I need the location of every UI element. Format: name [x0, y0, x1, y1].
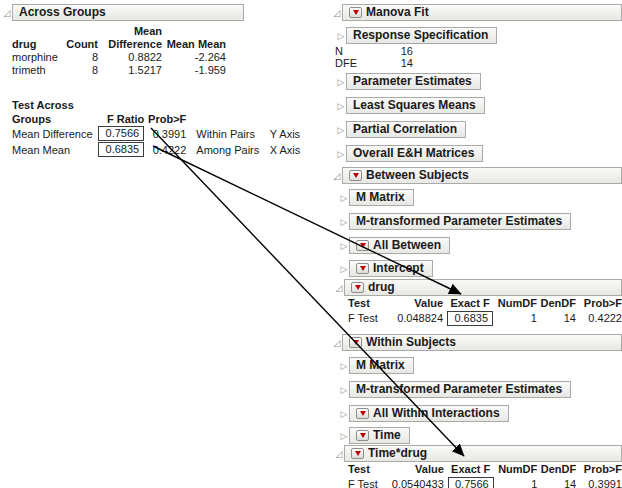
manova-fit-title-bar[interactable]: Manova Fit [342, 4, 622, 21]
cell-count: 8 [60, 64, 98, 77]
red-triangle-glyph [353, 340, 359, 345]
red-triangle-menu-icon[interactable] [349, 170, 362, 181]
disclosure-collapsed-icon[interactable]: ▷ [339, 431, 349, 441]
cell-axis-label: X Axis [270, 142, 307, 158]
disclosure-expanded-icon[interactable]: ◿ [332, 171, 342, 181]
test-across-groups-block: Test Across Groups F Ratio Prob>F Mean D… [12, 99, 307, 158]
dfe-row: DFE 14 [330, 57, 622, 69]
partial-correlation-header[interactable]: Partial Correlation [346, 121, 466, 138]
highlighted-exact-f: 0.7566 [448, 477, 494, 488]
within-subjects-title-bar[interactable]: Within Subjects [342, 334, 622, 351]
red-triangle-menu-icon[interactable] [356, 430, 369, 441]
dfe-value: 14 [367, 57, 413, 69]
disclosure-collapsed-icon[interactable]: ▷ [339, 241, 349, 251]
time-header[interactable]: Time [349, 427, 410, 444]
disclosure-expanded-icon[interactable]: ◿ [332, 338, 342, 348]
m-matrix-label: M Matrix [356, 190, 405, 204]
disclosure-collapsed-icon[interactable]: ▷ [336, 149, 346, 159]
disclosure-collapsed-icon[interactable]: ▷ [339, 264, 349, 274]
red-triangle-menu-icon[interactable] [356, 263, 369, 274]
cell-numdf: 1 [497, 310, 537, 327]
within-subjects-label: Within Subjects [366, 335, 456, 349]
partial-correlation-row: ▷ Partial Correlation [330, 120, 622, 139]
disclosure-expanded-icon[interactable]: ◿ [334, 283, 344, 293]
col-test: Test [348, 463, 389, 476]
m-transformed-within-row: ▷ M-transformed Parameter Estimates [330, 380, 622, 399]
red-triangle-menu-icon[interactable] [349, 337, 362, 348]
summary-header-top-row: Mean [12, 25, 226, 38]
across-groups-title: Across Groups [19, 5, 106, 19]
col-prob-f: Prob>F [576, 463, 622, 476]
red-triangle-menu-icon[interactable] [356, 240, 369, 251]
all-between-row: ▷ All Between [330, 236, 622, 255]
test-header-row: Groups F Ratio Prob>F [12, 112, 307, 126]
m-matrix-between-row: ▷ M Matrix [330, 188, 622, 207]
summary-col-mean-mean: Mean Mean [162, 38, 226, 51]
m-matrix-header[interactable]: M Matrix [349, 189, 414, 206]
disclosure-collapsed-icon[interactable]: ▷ [339, 361, 349, 371]
jmp-report-window: ◿ Across Groups Mean drug Count Differen… [0, 0, 622, 488]
intercept-header[interactable]: Intercept [349, 260, 433, 277]
m-transformed-header[interactable]: M-transformed Parameter Estimates [349, 381, 571, 398]
highlighted-f-ratio: 0.7566 [98, 126, 144, 141]
red-triangle-glyph [353, 173, 359, 178]
summary-col-difference: Difference [98, 38, 162, 51]
drug-row: ◿ drug [330, 278, 622, 297]
overall-eh-matrices-header[interactable]: Overall E&H Matrices [346, 145, 483, 162]
table-row: F Test 0.048824 0.6835 1 14 0.4222 [348, 310, 622, 327]
least-squares-means-header[interactable]: Least Squares Means [346, 97, 485, 114]
stat-header-row: Test Value Exact F NumDF DenDF Prob>F [348, 297, 622, 310]
cell-test: F Test [348, 476, 389, 488]
least-squares-means-row: ▷ Least Squares Means [330, 96, 622, 115]
least-squares-means-label: Least Squares Means [353, 98, 476, 112]
m-transformed-header[interactable]: M-transformed Parameter Estimates [349, 213, 571, 230]
across-groups-panel: ◿ Across Groups Mean drug Count Differen… [2, 3, 307, 158]
table-row: Mean Mean 0.6835 0.4222 Among Pairs X Ax… [12, 142, 307, 158]
disclosure-expanded-icon[interactable]: ◿ [334, 449, 344, 459]
red-triangle-menu-icon[interactable] [349, 7, 362, 18]
response-specification-header[interactable]: Response Specification [346, 27, 497, 44]
disclosure-collapsed-icon[interactable]: ▷ [339, 385, 349, 395]
disclosure-expanded-icon[interactable]: ◿ [332, 8, 342, 18]
cell-dendf: 14 [537, 476, 576, 488]
time-drug-title-bar[interactable]: Time*drug [344, 445, 622, 462]
disclosure-collapsed-icon[interactable]: ▷ [336, 101, 346, 111]
summary-header-mean: Mean [98, 25, 162, 38]
cell-value: 0.048824 [389, 310, 443, 327]
col-exact-f: Exact F [443, 297, 497, 310]
cell-pairs-label: Within Pairs [186, 126, 269, 142]
parameter-estimates-header[interactable]: Parameter Estimates [346, 73, 481, 90]
disclosure-collapsed-icon[interactable]: ▷ [336, 31, 346, 41]
col-dendf: DenDF [537, 463, 576, 476]
overall-eh-matrices-row: ▷ Overall E&H Matrices [330, 144, 622, 163]
highlighted-exact-f: 0.6835 [447, 311, 493, 326]
drug-title-bar[interactable]: drug [344, 279, 622, 296]
time-row: ▷ Time [330, 427, 622, 444]
cell-numdf: 1 [497, 476, 537, 488]
all-within-interactions-header[interactable]: All Within Interactions [349, 405, 509, 422]
table-row: trimeth 8 1.5217 -1.959 [12, 64, 226, 77]
disclosure-collapsed-icon[interactable]: ▷ [339, 409, 349, 419]
across-groups-summary-table: Mean drug Count Difference Mean Mean mor… [12, 25, 226, 77]
col-numdf: NumDF [497, 463, 537, 476]
red-triangle-menu-icon[interactable] [351, 282, 364, 293]
between-subjects-title-bar[interactable]: Between Subjects [342, 167, 622, 184]
red-triangle-menu-icon[interactable] [351, 448, 364, 459]
m-matrix-header[interactable]: M Matrix [349, 357, 414, 374]
disclosure-collapsed-icon[interactable]: ▷ [336, 77, 346, 87]
cell-dendf: 14 [537, 310, 576, 327]
disclosure-collapsed-icon[interactable]: ▷ [339, 217, 349, 227]
disclosure-collapsed-icon[interactable]: ▷ [339, 193, 349, 203]
overall-eh-matrices-label: Overall E&H Matrices [353, 146, 474, 160]
cell-mean-mean: -1.959 [162, 64, 226, 77]
across-groups-title-bar[interactable]: Across Groups [12, 4, 244, 21]
time-drug-row: ◿ Time*drug [330, 444, 622, 463]
between-subjects-label: Between Subjects [366, 168, 469, 182]
table-row: Mean Difference 0.7566 0.3991 Within Pai… [12, 126, 307, 142]
red-triangle-glyph [355, 285, 361, 290]
red-triangle-menu-icon[interactable] [356, 408, 369, 419]
all-between-header[interactable]: All Between [349, 237, 450, 254]
disclosure-expanded-icon[interactable]: ◿ [2, 8, 12, 18]
disclosure-collapsed-icon[interactable]: ▷ [336, 125, 346, 135]
cell-pairs-label: Among Pairs [186, 142, 269, 158]
